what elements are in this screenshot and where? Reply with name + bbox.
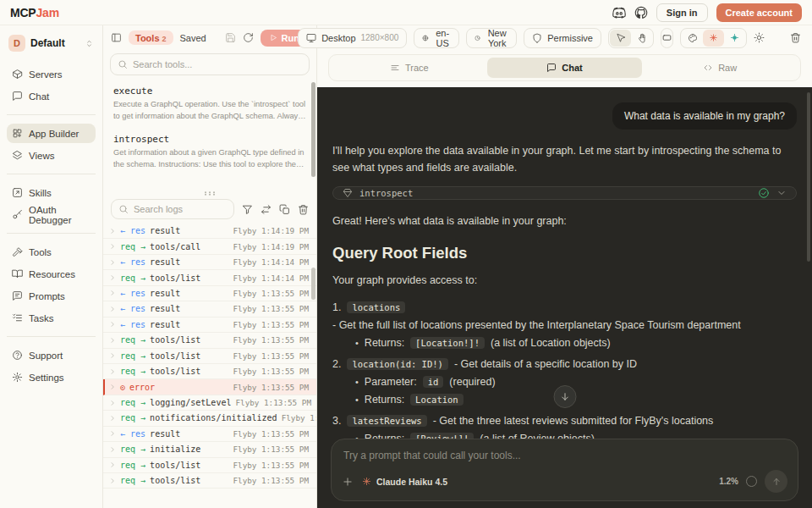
log-row[interactable]: req → tools/list Flyby 1:13:55 PM [103,333,316,348]
log-direction: req → [120,242,145,251]
chevron-right-icon [109,259,116,266]
cursor-tool-button[interactable] [610,30,631,47]
sidebar-item-skills[interactable]: Skills [7,183,96,202]
send-button[interactable] [765,470,787,493]
log-row[interactable]: req → tools/list Flyby 1:13:55 PM [103,473,316,489]
chat-input[interactable] [343,450,786,470]
log-row[interactable]: ← res result Flyby 1:13:55 PM [103,427,316,442]
chevron-right-icon [109,446,116,453]
sidebar-item-tasks[interactable]: Tasks [7,308,96,328]
log-row[interactable]: ← res result Flyby 1:14:19 PM [103,224,316,239]
sidebar-item-tools[interactable]: Tools [7,242,96,262]
log-timestamp: Flyby 1:13:55 PM [282,413,316,422]
device-selector[interactable]: Desktop 1280×800 [298,28,407,48]
log-row[interactable]: req → logging/setLevel Flyby 1:13:55 PM [103,395,316,411]
log-row[interactable]: req → tools/call Flyby 1:14:19 PM [103,239,316,254]
log-row[interactable]: ← res result Flyby 1:14:14 PM [103,255,316,270]
log-method: result [150,289,180,298]
sidebar-item-settings[interactable]: Settings [7,367,96,387]
tab-raw[interactable]: Raw [642,58,798,78]
sidebar-item-label: OAuth Debugger [29,205,91,225]
trash-icon[interactable] [298,204,309,215]
subitem-text: (a list of Location objects) [491,337,611,349]
logs-search-input[interactable] [134,204,227,214]
tool-list-item[interactable]: execute Execute a GraphQL operation. Use… [103,80,316,129]
discord-icon[interactable] [612,6,626,19]
sidebar-item-app-builder[interactable]: App Builder [7,124,96,143]
sign-in-button[interactable]: Sign in [656,3,708,22]
create-account-button[interactable]: Create account [716,3,802,22]
claude-theme-button[interactable] [703,30,724,47]
list-item: 3. latestReviews - Get the three latest … [332,415,797,427]
log-row[interactable]: req → tools/list Flyby 1:13:55 PM [103,364,316,379]
log-row[interactable]: req → notifications/initialized Flyby 1:… [103,411,316,426]
sidebar-item-resources[interactable]: Resources [7,264,96,284]
log-timestamp: Flyby 1:13:55 PM [233,444,309,454]
help-circle-icon [12,350,23,361]
scrollbar-thumb[interactable] [311,82,315,177]
save-icon[interactable] [225,32,236,43]
model-selector[interactable]: Claude Haiku 4.5 [362,477,447,487]
palette-button[interactable] [682,30,703,47]
claude-spark-icon [709,33,718,42]
log-timestamp: Flyby 1:14:14 PM [233,257,309,267]
hand-tool-button[interactable] [631,30,652,47]
attach-plus-icon[interactable] [342,476,354,488]
tool-list-item[interactable]: introspect Get information about a given… [103,129,316,177]
scrollbar-thumb[interactable] [311,268,315,300]
tools-search-input[interactable] [133,59,302,69]
frame-button[interactable] [661,28,673,48]
chevron-right-icon [109,290,116,296]
log-method: result [150,257,180,267]
tab-chat[interactable]: Chat [487,58,643,78]
log-row[interactable]: ← res result Flyby 1:13:55 PM [103,286,316,301]
sidebar-item-views[interactable]: Views [7,146,96,165]
log-row[interactable]: req → initialize Flyby 1:13:55 PM [103,442,316,457]
tools-count-badge: 2 [162,35,167,43]
sidebar-item-label: Support [29,351,63,361]
panel-resize-handle[interactable] [103,189,316,197]
refresh-icon[interactable] [243,32,254,43]
log-method: logging/setLevel [150,398,231,407]
scrollbar-thumb[interactable] [807,92,810,262]
log-row[interactable]: req → tools/list Flyby 1:13:55 PM [103,458,316,473]
log-row[interactable]: req → tools/list Flyby 1:14:14 PM [103,270,316,285]
swap-icon[interactable] [261,204,272,215]
context-usage-percent: 1.2% [719,477,738,486]
tool-call-card[interactable]: introspect [332,186,797,200]
sidebar-item-support[interactable]: Support [7,345,96,365]
tab-tools[interactable]: Tools2 [129,30,173,45]
sidebar-item-prompts[interactable]: Prompts [7,286,96,306]
github-icon[interactable] [634,6,648,19]
sun-icon [754,32,765,43]
log-row[interactable]: ← res result Flyby 1:13:55 PM [103,301,316,317]
filter-icon[interactable] [242,204,253,215]
workspace-selector[interactable]: D Default [7,32,96,54]
brightness-button[interactable] [754,32,765,43]
list-item-text: - Get details of a specific location by … [454,358,637,370]
log-direction: req → [120,335,145,345]
permissions-selector[interactable]: Permissive [524,28,601,48]
timezone-selector[interactable]: New York [466,28,517,48]
log-row[interactable]: ⊙ error Flyby 1:13:55 PM [103,379,316,395]
log-row[interactable]: ← res result Flyby 1:13:55 PM [103,318,316,333]
list-item: 1. locations - Get the full list of loca… [332,301,797,331]
panel-collapse-icon[interactable] [111,32,122,43]
scroll-to-bottom-button[interactable] [553,385,576,408]
sidebar-item-chat[interactable]: Chat [7,86,96,106]
trash-icon[interactable] [790,32,801,43]
sidebar-item-oauth-debugger[interactable]: OAuth Debugger [7,205,96,224]
log-row[interactable]: req → tools/list Flyby 1:13:55 PM [103,349,316,364]
sidebar-item-label: Tools [29,247,52,257]
tab-trace[interactable]: Trace [332,58,487,78]
chevron-right-icon [109,321,116,328]
locale-selector[interactable]: en-US [414,28,459,48]
log-direction: ← res [120,289,145,298]
tab-saved[interactable]: Saved [180,33,206,43]
chevron-down-icon[interactable] [776,188,787,198]
chevrons-up-down-icon [85,39,94,48]
teal-theme-button[interactable] [724,30,745,47]
copy-icon[interactable] [279,204,290,215]
sidebar-item-servers[interactable]: Servers [7,64,96,84]
list-item-text: - Get the full list of locations present… [332,319,741,331]
